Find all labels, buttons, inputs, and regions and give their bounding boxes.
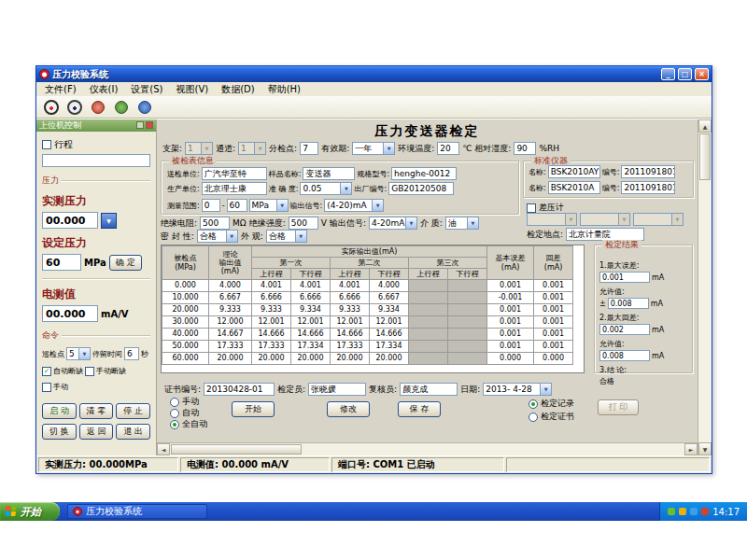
frame-select[interactable]: 1▼: [185, 142, 213, 155]
menu-data[interactable]: 数据(D): [215, 83, 261, 96]
set-pressure-input[interactable]: 60: [42, 254, 81, 271]
send-unit-input[interactable]: 广汽华至特: [202, 167, 267, 180]
factory-no-input[interactable]: GB20120508: [388, 182, 454, 195]
spec-input[interactable]: henghe-0012: [391, 167, 457, 180]
mode-manual-radio[interactable]: [170, 398, 179, 407]
humidity-input[interactable]: 90: [514, 142, 536, 155]
table-cell[interactable]: 6.666: [291, 292, 331, 304]
scroll-up-icon[interactable]: ▲: [698, 119, 712, 133]
std2-no-input[interactable]: 2011091801: [621, 181, 675, 194]
menu-settings[interactable]: 设置(S): [124, 83, 169, 96]
range-from-input[interactable]: 0: [202, 199, 220, 212]
table-cell[interactable]: 20.000: [252, 353, 291, 365]
vscroll-thumb[interactable]: [699, 133, 711, 180]
table-row[interactable]: 50.00017.33317.33317.33417.33317.3340.00…: [162, 341, 573, 353]
mode-full-auto-radio[interactable]: [170, 420, 179, 429]
table-cell[interactable]: 12.001: [291, 316, 331, 329]
chevron-down-icon[interactable]: ▼: [276, 200, 288, 211]
table-cell[interactable]: 0.000: [534, 353, 573, 365]
table-cell[interactable]: 12.001: [252, 316, 291, 329]
patrol-select[interactable]: 5▼: [66, 347, 91, 360]
table-row[interactable]: 40.00014.66714.66614.66614.66614.6660.00…: [162, 329, 573, 341]
table-cell[interactable]: 4.001: [331, 280, 370, 292]
table-cell[interactable]: [448, 292, 487, 304]
table-cell[interactable]: 12.000: [209, 316, 252, 329]
table-row[interactable]: 60.00020.00020.00020.00020.00020.0000.00…: [162, 353, 573, 365]
table-cell[interactable]: 4.001: [291, 280, 331, 292]
tray-yellow-icon[interactable]: [679, 508, 686, 515]
table-row[interactable]: 10.0006.6676.6666.6666.6666.667-0.0010.0…: [162, 292, 573, 304]
stroke-input[interactable]: [42, 154, 150, 167]
std1-no-input[interactable]: 2011091801: [621, 165, 675, 178]
voltmeter-tool[interactable]: [64, 97, 84, 117]
table-row[interactable]: 20.0009.3339.3339.3349.3339.3340.0010.00…: [162, 304, 573, 316]
table-cell[interactable]: 0.001: [534, 316, 573, 329]
table-cell[interactable]: 6.667: [209, 292, 252, 304]
auto-break-checkbox[interactable]: ✓: [42, 367, 51, 376]
channel-select[interactable]: 1▼: [238, 142, 266, 155]
table-cell[interactable]: 0.001: [534, 292, 573, 304]
calibrator-tool[interactable]: [88, 97, 107, 117]
range-to-input[interactable]: 60: [227, 199, 247, 212]
cert-no-input[interactable]: 20130428-01: [204, 383, 275, 396]
table-cell[interactable]: 9.333: [252, 304, 291, 316]
settings-tool[interactable]: [134, 97, 154, 117]
hscroll-thumb[interactable]: [171, 444, 302, 455]
mode-auto-radio[interactable]: [170, 409, 179, 418]
table-cell[interactable]: 4.000: [209, 280, 252, 292]
tray-red-icon[interactable]: [701, 508, 709, 515]
table-cell[interactable]: 14.666: [252, 329, 291, 341]
table-cell[interactable]: [448, 329, 487, 341]
vertical-scrollbar[interactable]: ▲ ▼: [698, 119, 712, 455]
stop-button[interactable]: 停 止: [116, 403, 150, 419]
pressure-gauge-tool[interactable]: [41, 97, 61, 117]
taskbar-app-button[interactable]: 压力校验系统: [67, 504, 207, 519]
sample-name-input[interactable]: 变送器: [303, 167, 355, 180]
exit-button[interactable]: 退 出: [116, 424, 150, 440]
table-row[interactable]: 30.00012.00012.00112.00112.00112.0010.00…: [162, 316, 573, 329]
table-cell[interactable]: 17.334: [291, 341, 331, 353]
table-cell[interactable]: -0.001: [487, 292, 534, 304]
chevron-down-icon[interactable]: ▼: [226, 231, 237, 242]
table-cell[interactable]: [448, 353, 487, 365]
reviewer-input[interactable]: 颜克成: [400, 383, 458, 396]
chevron-down-icon[interactable]: ▼: [254, 143, 265, 154]
minimize-button[interactable]: _: [661, 68, 675, 80]
insulation-str-input[interactable]: 500: [289, 217, 318, 230]
pin-icon[interactable]: [136, 121, 144, 129]
medium-select[interactable]: 油▼: [445, 217, 479, 230]
back-button[interactable]: 返 回: [79, 424, 114, 440]
table-cell[interactable]: 0.001: [534, 304, 573, 316]
table-cell[interactable]: 0.001: [534, 341, 573, 353]
manual-break-checkbox[interactable]: ✓: [85, 367, 94, 376]
scroll-right-icon[interactable]: ►: [684, 443, 698, 455]
table-cell[interactable]: 20.000: [370, 353, 409, 365]
table-cell[interactable]: 6.667: [370, 292, 409, 304]
chevron-down-icon[interactable]: ▼: [467, 217, 478, 229]
start-button[interactable]: 启 动: [42, 403, 77, 419]
maximize-button[interactable]: □: [678, 68, 692, 80]
table-cell[interactable]: 6.666: [252, 292, 291, 304]
table-cell[interactable]: 0.000: [162, 280, 209, 292]
begin-button[interactable]: 开始: [232, 401, 275, 417]
dwell-input[interactable]: 6: [124, 347, 139, 360]
verifier-input[interactable]: 张晓媛: [308, 383, 366, 396]
table-cell[interactable]: [409, 341, 448, 353]
hscroll-track[interactable]: [303, 443, 684, 455]
table-cell[interactable]: 60.000: [162, 353, 209, 365]
table-cell[interactable]: 14.666: [291, 329, 331, 341]
table-cell[interactable]: 12.001: [331, 316, 370, 329]
table-cell[interactable]: 17.333: [331, 341, 370, 353]
table-cell[interactable]: 9.333: [209, 304, 252, 316]
start-button-taskbar[interactable]: 开始: [0, 502, 60, 521]
std2-name-input[interactable]: BSK2010A: [548, 181, 600, 194]
place-input[interactable]: 北京计量院: [566, 228, 644, 241]
table-cell[interactable]: [448, 280, 487, 292]
table-cell[interactable]: [409, 304, 448, 316]
table-cell[interactable]: 0.001: [487, 280, 534, 292]
table-cell[interactable]: [409, 280, 448, 292]
tray-green-icon[interactable]: [668, 508, 675, 515]
table-cell[interactable]: 0.001: [534, 329, 573, 341]
date-select[interactable]: 2013- 4-28▼: [483, 383, 552, 396]
scroll-down-icon[interactable]: ▼: [698, 442, 712, 455]
